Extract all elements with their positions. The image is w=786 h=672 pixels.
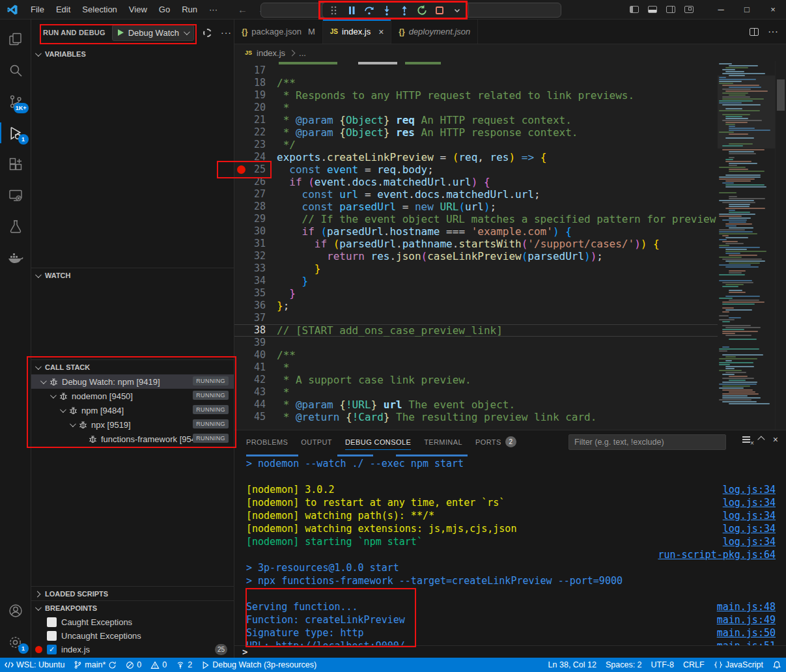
watch-section-header[interactable]: WATCH bbox=[31, 268, 234, 283]
panel-tab-problems[interactable]: PROBLEMS bbox=[246, 430, 288, 453]
menu-view[interactable]: View bbox=[123, 0, 153, 20]
status-spaces-2[interactable]: Spaces: 2 bbox=[601, 658, 647, 672]
tab-deployment-json[interactable]: {}deployment.json bbox=[391, 20, 478, 44]
status-crlf[interactable]: CRLF bbox=[679, 658, 709, 672]
activity-item-remote-explorer[interactable] bbox=[0, 180, 31, 211]
pause-icon[interactable] bbox=[343, 3, 360, 18]
gutter[interactable]: 39 bbox=[234, 337, 277, 349]
breakpoint-checkbox[interactable] bbox=[47, 617, 57, 627]
status-0[interactable]: 0 bbox=[146, 658, 171, 672]
activity-item-extensions[interactable] bbox=[0, 148, 31, 180]
gutter[interactable]: 37 bbox=[234, 312, 277, 324]
editor-more-actions-icon[interactable]: ··· bbox=[768, 26, 778, 38]
step-into-icon[interactable] bbox=[378, 3, 395, 18]
step-over-icon[interactable] bbox=[360, 3, 378, 18]
customize-layout-icon[interactable] bbox=[684, 6, 694, 13]
gutter[interactable]: 40 bbox=[234, 349, 277, 361]
activity-item-source-control[interactable]: 1K+ bbox=[0, 86, 31, 117]
close-button[interactable]: × bbox=[760, 0, 786, 20]
call-stack-row[interactable]: Debug Watch: npm [9419]RUNNING bbox=[31, 374, 234, 389]
call-stack-section-header[interactable]: CALL STACK bbox=[31, 360, 234, 374]
gutter[interactable]: 26 bbox=[234, 176, 277, 188]
breakpoint-row[interactable]: ✓index.js25 bbox=[31, 643, 234, 656]
menu-[interactable]: ··· bbox=[203, 0, 223, 20]
step-out-icon[interactable] bbox=[395, 3, 413, 18]
stop-icon[interactable] bbox=[430, 3, 448, 18]
gutter[interactable]: 32 bbox=[234, 250, 277, 262]
gutter[interactable]: 27 bbox=[234, 188, 277, 201]
gutter[interactable]: 22 bbox=[234, 126, 277, 139]
scrollbar-thumb[interactable] bbox=[777, 79, 785, 111]
activity-item-settings[interactable]: 1 bbox=[0, 626, 31, 658]
dropdown-icon[interactable] bbox=[448, 3, 466, 18]
call-stack-row[interactable]: npx [9519]RUNNING bbox=[31, 417, 234, 432]
gutter[interactable]: 42 bbox=[234, 374, 277, 386]
gutter[interactable]: 29 bbox=[234, 213, 277, 225]
breakpoint-row[interactable]: Uncaught Exceptions bbox=[31, 629, 234, 643]
back-icon[interactable]: ← bbox=[232, 4, 253, 15]
start-debug-icon[interactable] bbox=[118, 29, 124, 36]
launch-config-dropdown[interactable]: Debug Watch bbox=[112, 25, 194, 41]
gutter[interactable]: 24 bbox=[234, 151, 277, 163]
call-stack-row[interactable]: functions-framework [954...RUNNING bbox=[31, 432, 234, 446]
gutter[interactable]: 45 bbox=[234, 411, 277, 423]
activity-item-search[interactable] bbox=[0, 55, 31, 86]
gutter[interactable]: 20 bbox=[234, 102, 277, 114]
source-link[interactable]: run-script-pkg.js:64 bbox=[658, 548, 786, 561]
tab-index-js[interactable]: JSindex.js× bbox=[323, 20, 392, 44]
code-editor[interactable]: 1718/**19 * Responds to any HTTP request… bbox=[234, 61, 786, 430]
toggle-secondary-sidebar-icon[interactable] bbox=[666, 6, 675, 13]
status-0[interactable]: 0 bbox=[121, 658, 146, 672]
toggle-panel-icon[interactable] bbox=[648, 6, 657, 13]
close-tab-icon[interactable]: × bbox=[378, 27, 384, 37]
breakpoints-section-header[interactable]: BREAKPOINTS bbox=[31, 601, 234, 615]
minimap[interactable] bbox=[718, 61, 775, 430]
expand-chevron-icon[interactable] bbox=[50, 392, 57, 399]
gear-icon[interactable] bbox=[203, 29, 212, 37]
source-link[interactable]: log.js:34 bbox=[723, 535, 786, 548]
expand-chevron-icon[interactable] bbox=[40, 378, 47, 384]
gutter[interactable]: 28 bbox=[234, 201, 277, 213]
panel-tab-terminal[interactable]: TERMINAL bbox=[424, 430, 462, 453]
status-2[interactable]: 2 bbox=[171, 658, 197, 672]
status-main[interactable]: main* bbox=[69, 658, 121, 672]
gutter[interactable]: 25 bbox=[234, 163, 277, 176]
debug-console-input[interactable]: > bbox=[234, 645, 786, 658]
gutter[interactable]: 21 bbox=[234, 114, 277, 126]
close-panel-icon[interactable]: × bbox=[773, 436, 778, 444]
breadcrumb[interactable]: JS index.js ... bbox=[234, 44, 786, 61]
gutter[interactable]: 38 bbox=[234, 324, 277, 337]
expand-chevron-icon[interactable] bbox=[60, 406, 66, 413]
variables-section-header[interactable]: VARIABLES bbox=[31, 47, 234, 61]
source-link[interactable]: main.js:50 bbox=[717, 626, 786, 639]
source-link[interactable]: main.js:48 bbox=[717, 600, 786, 613]
menu-selection[interactable]: Selection bbox=[76, 0, 122, 20]
maximize-panel-icon[interactable] bbox=[757, 436, 765, 443]
breakpoint-row[interactable]: Caught Exceptions bbox=[31, 615, 234, 629]
console-filter-input[interactable]: Filter (e.g. text, !exclude) bbox=[568, 434, 726, 450]
menu-run[interactable]: Run bbox=[176, 0, 203, 20]
source-link[interactable]: log.js:34 bbox=[723, 509, 786, 522]
breakpoint-dot-icon[interactable] bbox=[237, 165, 246, 174]
activity-item-testing[interactable] bbox=[0, 211, 31, 242]
gutter[interactable]: 31 bbox=[234, 238, 277, 250]
gutter[interactable]: 44 bbox=[234, 399, 277, 411]
split-editor-icon[interactable] bbox=[750, 28, 759, 36]
gutter[interactable]: 34 bbox=[234, 275, 277, 287]
maximize-button[interactable]: □ bbox=[734, 0, 760, 20]
clear-console-icon[interactable] bbox=[742, 436, 752, 444]
gutter[interactable]: 30 bbox=[234, 225, 277, 238]
minimize-button[interactable]: ─ bbox=[708, 0, 734, 20]
source-link[interactable]: log.js:34 bbox=[723, 522, 786, 535]
activity-item-accounts[interactable] bbox=[0, 595, 31, 626]
gutter[interactable]: 17 bbox=[234, 64, 277, 77]
editor-scrollbar[interactable] bbox=[775, 61, 786, 430]
menu-file[interactable]: File bbox=[25, 0, 50, 20]
source-link[interactable]: main.js:49 bbox=[717, 613, 786, 626]
status-bell-icon[interactable] bbox=[768, 658, 786, 672]
panel-tab-debug-console[interactable]: DEBUG CONSOLE bbox=[345, 430, 411, 453]
status-debug-watch-3p-resources[interactable]: Debug Watch (3p-resources) bbox=[197, 658, 321, 672]
menu-go[interactable]: Go bbox=[153, 0, 176, 20]
source-link[interactable]: main.js:51 bbox=[717, 639, 786, 645]
activity-item-run-and-debug[interactable]: 1 bbox=[0, 117, 31, 148]
